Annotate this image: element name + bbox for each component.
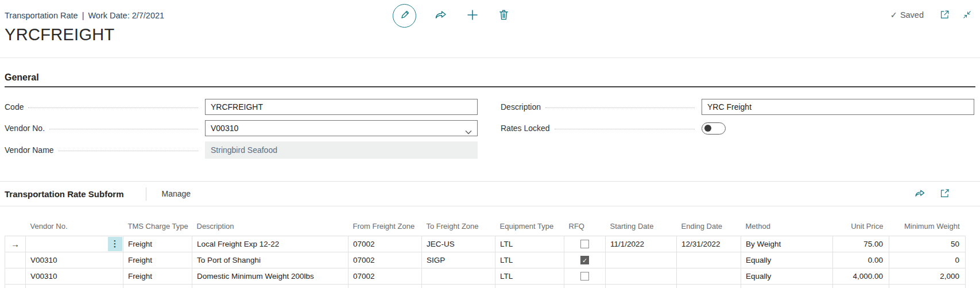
cell-tms-charge-type[interactable]: Freight (123, 268, 192, 284)
vendor-name-value[interactable]: Stringbird Seafood (205, 141, 478, 159)
col-equipment-type[interactable]: Equipment Type (495, 206, 564, 236)
cell-ending-date[interactable] (677, 268, 741, 284)
cell-from-freight-zone[interactable]: 07002 (348, 268, 422, 284)
cell-equipment-type[interactable]: LTL (495, 252, 564, 268)
rfq-checkbox[interactable] (580, 256, 589, 264)
cell-description[interactable] (192, 284, 348, 288)
share-button[interactable] (434, 8, 448, 24)
cell-to-freight-zone[interactable] (422, 268, 495, 284)
vendor-no-label: Vendor No. (5, 124, 45, 133)
cell-description[interactable]: To Port of Shanghi (192, 252, 348, 268)
chevron-down-icon[interactable] (465, 126, 472, 137)
cell-unit-price[interactable]: 4,000.00 (833, 268, 889, 284)
col-starting-date[interactable]: Starting Date (606, 206, 677, 236)
cell-options-button[interactable]: ⋮ (108, 237, 122, 251)
cell-ending-date[interactable] (677, 252, 741, 268)
description-label: Description (501, 102, 541, 112)
cell-minimum-weight[interactable]: 50 (889, 236, 966, 252)
subform-header: Transportation Rate Subform Manage (5, 186, 191, 201)
new-button[interactable] (466, 8, 479, 24)
subform-title: Transportation Rate Subform (5, 189, 124, 199)
cell-equipment-type[interactable]: LTL (495, 236, 564, 252)
manage-menu[interactable]: Manage (162, 189, 191, 198)
cell-starting-date[interactable] (606, 284, 677, 288)
delete-button[interactable] (497, 8, 510, 24)
col-from-freight-zone[interactable]: From Freight Zone (348, 206, 422, 236)
row-selector[interactable] (5, 252, 26, 268)
rfq-checkbox[interactable] (580, 272, 589, 281)
cell-tms-charge-type[interactable]: Freight (123, 236, 192, 252)
cell-description[interactable]: Domestic Minimum Weight 200lbs (192, 268, 348, 284)
cell-method[interactable] (741, 284, 833, 288)
cell-from-freight-zone[interactable] (348, 284, 422, 288)
cell-unit-price[interactable]: 0.00 (833, 252, 889, 268)
cell-rfq (564, 236, 606, 252)
col-description[interactable]: Description (192, 206, 348, 236)
code-input[interactable] (205, 99, 478, 115)
share-icon (434, 8, 448, 24)
breadcrumb-separator: | (82, 11, 84, 20)
col-vendor-no[interactable]: Vendor No. (26, 206, 123, 236)
col-to-freight-zone[interactable]: To Freight Zone (422, 206, 495, 236)
col-minimum-weight[interactable]: Minimum Weight (889, 206, 966, 236)
cell-method[interactable]: Equally (741, 252, 833, 268)
cell-method[interactable]: By Weight (741, 236, 833, 252)
cell-rfq (564, 252, 606, 268)
cell-equipment-type[interactable] (495, 284, 564, 288)
dotted-leader (49, 129, 198, 129)
cell-vendor-no[interactable] (26, 284, 123, 288)
row-selector[interactable] (5, 284, 26, 288)
selector-column-header (5, 206, 26, 236)
cell-minimum-weight[interactable] (889, 284, 966, 288)
cell-method[interactable]: Equally (741, 268, 833, 284)
code-field-row: Code (5, 99, 478, 115)
cell-equipment-type[interactable]: LTL (495, 268, 564, 284)
cell-rfq[interactable] (564, 284, 606, 288)
dotted-leader (28, 107, 198, 108)
cell-to-freight-zone[interactable] (422, 284, 495, 288)
current-row-indicator: → (5, 236, 26, 252)
cell-ending-date[interactable]: 12/31/2022 (677, 236, 741, 252)
dotted-leader (59, 151, 198, 151)
col-tms-charge-type[interactable]: TMS Charge Type (123, 206, 192, 236)
rates-locked-field-row: Rates Locked (501, 120, 974, 136)
table-header-row: Vendor No. TMS Charge Type Description F… (5, 206, 966, 236)
edit-button[interactable] (393, 4, 416, 28)
subform-share-button[interactable] (914, 187, 926, 199)
col-unit-price[interactable]: Unit Price (833, 206, 889, 236)
rfq-checkbox[interactable] (580, 240, 589, 248)
vendor-name-field-row: Vendor Name Stringbird Seafood (5, 141, 478, 159)
cell-description[interactable]: Local Freight Exp 12-22 (192, 236, 348, 252)
col-ending-date[interactable]: Ending Date (677, 206, 741, 236)
cell-vendor-no[interactable]: ⋮ (26, 236, 123, 252)
subform-expand-button[interactable] (939, 188, 950, 199)
col-method[interactable]: Method (741, 206, 833, 236)
col-rfq[interactable]: RFQ (564, 206, 606, 236)
cell-minimum-weight[interactable]: 2,000 (889, 268, 966, 284)
cell-vendor-no[interactable]: V00310 (26, 268, 123, 284)
vendor-no-input[interactable] (205, 120, 478, 136)
cell-minimum-weight[interactable]: 0 (889, 252, 966, 268)
description-input[interactable] (702, 99, 974, 115)
row-selector[interactable] (5, 268, 26, 284)
toggle-knob (704, 125, 711, 132)
cell-starting-date[interactable] (606, 252, 677, 268)
cell-from-freight-zone[interactable]: 07002 (348, 236, 422, 252)
breadcrumb-page-link[interactable]: Transportation Rate (5, 11, 78, 20)
cell-from-freight-zone[interactable]: 07002 (348, 252, 422, 268)
cell-to-freight-zone[interactable]: JEC-US (422, 236, 495, 252)
cell-to-freight-zone[interactable]: SIGP (422, 252, 495, 268)
cell-unit-price[interactable] (833, 284, 889, 288)
cell-ending-date[interactable] (677, 284, 741, 288)
status-bar: ✓ Saved (890, 9, 972, 20)
cell-tms-charge-type[interactable]: Freight (123, 252, 192, 268)
cell-unit-price[interactable]: 75.00 (833, 236, 889, 252)
rates-locked-toggle[interactable] (702, 122, 726, 135)
cell-vendor-no[interactable]: V00310 (26, 252, 123, 268)
cell-starting-date[interactable] (606, 268, 677, 284)
cell-starting-date[interactable]: 11/1/2022 (606, 236, 677, 252)
open-in-new-window-button[interactable] (939, 9, 950, 20)
collapse-icon[interactable] (962, 10, 972, 20)
cell-tms-charge-type[interactable] (123, 284, 192, 288)
rates-locked-label: Rates Locked (501, 124, 550, 133)
